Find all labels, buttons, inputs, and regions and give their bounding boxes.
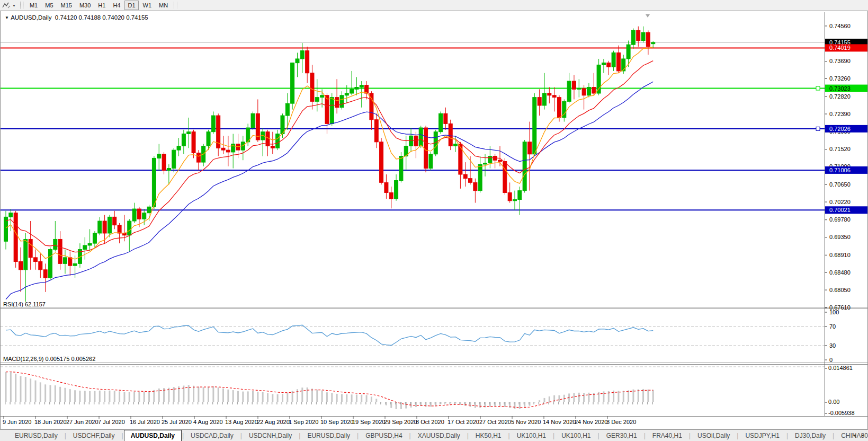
candle-body	[612, 52, 615, 67]
tab-usdchf-daily[interactable]: USDCHF,Daily	[67, 430, 121, 441]
support-line-green-handle[interactable]	[816, 86, 820, 90]
price-tick-label: 0.73690	[829, 58, 851, 64]
candle-body	[14, 213, 17, 262]
tab-gbpusd-h4[interactable]: GBPUSD,H4	[359, 430, 408, 441]
rsi-line	[6, 325, 653, 345]
tab-scroll-right-button[interactable]: ►	[861, 433, 865, 438]
tab-fra40-h1[interactable]: FRA40,H1	[646, 430, 688, 441]
tab-usdcnh-daily[interactable]: USDCNH,Daily	[243, 430, 298, 441]
candle-body	[128, 221, 131, 235]
date-tick-label: 24 Nov 2020	[575, 419, 607, 425]
candle-body	[454, 144, 458, 146]
date-tick-label: 4 Aug 2020	[193, 419, 223, 425]
candle-body	[43, 270, 47, 278]
timeframe-button-m30[interactable]: M30	[76, 1, 94, 10]
timeframe-button-h4[interactable]: H4	[110, 1, 123, 10]
tab-hk50-h1[interactable]: HK50,H1	[469, 430, 508, 441]
candle-body	[557, 98, 561, 118]
candle-body	[196, 153, 200, 162]
candle-body	[592, 87, 596, 93]
candle-body	[508, 192, 512, 200]
tab-audusd-daily[interactable]: AUDUSD,Daily	[124, 430, 182, 441]
timeframe-button-h1[interactable]: H1	[95, 1, 109, 10]
date-tick-label: 14 Nov 2020	[543, 419, 576, 425]
candle-body	[395, 181, 398, 199]
candle-body	[98, 221, 102, 233]
date-tick-label: 27 Jun 2020	[66, 419, 99, 425]
tab-uk100-h1[interactable]: UK100,H1	[555, 430, 597, 441]
dropdown-arrow-icon[interactable]: ▼	[12, 4, 16, 7]
candle-body	[33, 258, 37, 262]
tab-usdjpy-h1[interactable]: USDJPY,H1	[739, 430, 785, 441]
candle-body	[152, 158, 156, 207]
timeframe-button-m1[interactable]: M1	[26, 1, 41, 10]
timeframe-button-d1[interactable]: D1	[124, 1, 138, 10]
candle-body	[527, 142, 531, 154]
candle-body	[132, 209, 136, 221]
candle-body	[380, 142, 383, 183]
price-badge-label: 0.71006	[829, 167, 851, 173]
candle-body	[473, 182, 477, 190]
candle-body	[88, 243, 92, 245]
line-studies-icon	[2, 2, 11, 9]
candle-body	[469, 179, 472, 183]
price-badge-label: 0.74019	[829, 45, 851, 51]
price-tick-label: 0.74560	[829, 23, 851, 29]
candle-body	[444, 113, 448, 124]
candle-body	[63, 258, 67, 263]
candle-body	[355, 87, 359, 90]
support-line-blue-1-handle[interactable]	[816, 127, 820, 130]
candle-body	[616, 52, 620, 70]
price-tick-label: 0.71520	[829, 146, 851, 152]
candle-body	[325, 95, 329, 124]
candle-body	[498, 160, 502, 161]
candle-body	[103, 221, 106, 233]
toolbar-separator	[20, 2, 24, 9]
candle-body	[488, 156, 492, 163]
candle-body	[315, 98, 319, 102]
tab-usdcad-daily[interactable]: USDCAD,Daily	[184, 430, 240, 441]
price-tick-label: 0.70650	[829, 181, 851, 188]
date-tick-label: 27 Oct 2020	[479, 419, 511, 425]
toolbar-separator	[174, 2, 177, 9]
chart-tools-button[interactable]: ▼	[0, 0, 18, 11]
candle-body	[226, 150, 230, 152]
tab-eurusd-daily[interactable]: EURUSD,Daily	[8, 430, 64, 441]
candle-body	[48, 250, 52, 278]
candle-body	[651, 42, 655, 44]
date-tick-label: 19 Sep 2020	[352, 419, 385, 425]
price-tick-label: 0.69780	[829, 216, 851, 223]
chart-tab-bar: EURUSD,Daily|USDCHF,Daily|AUDUSD,Daily|U…	[0, 429, 868, 441]
timeframe-button-m5[interactable]: M5	[42, 1, 56, 10]
candle-body	[231, 144, 235, 152]
candle-body	[345, 93, 348, 95]
candle-body	[19, 262, 22, 270]
tab-scroll-left-button[interactable]: ◄	[852, 433, 856, 438]
tab-ger30-h1[interactable]: GER30,H1	[600, 430, 643, 441]
tab-xauusd-daily[interactable]: XAUUSD,Daily	[411, 430, 467, 441]
candle-body	[142, 213, 146, 219]
tab-dj30-daily[interactable]: DJ30,Daily	[789, 430, 832, 441]
candle-body	[291, 63, 294, 104]
candle-body	[187, 132, 191, 134]
candle-body	[384, 182, 388, 192]
candle-body	[552, 95, 556, 98]
candle-body	[513, 199, 516, 200]
candle-body	[300, 51, 304, 59]
tab-uk100-h1[interactable]: UK100,H1	[511, 430, 552, 441]
timeframe-button-w1[interactable]: W1	[140, 1, 155, 10]
timeframe-button-m15[interactable]: M15	[58, 1, 75, 10]
price-tick-label: 0.72390	[829, 111, 851, 117]
tab-usoil-daily[interactable]: USOil,Daily	[691, 430, 736, 441]
candle-body	[484, 163, 487, 164]
candle-body	[306, 51, 309, 73]
candle-body	[463, 174, 467, 179]
macd-scale-label: 0.00	[828, 399, 839, 405]
chart-canvas[interactable]: 0.745600.741300.736900.732600.728200.723…	[1, 11, 867, 429]
price-tick-label: 0.68910	[829, 252, 851, 258]
timeframe-button-mn[interactable]: MN	[156, 1, 171, 10]
candle-body	[93, 233, 96, 243]
candle-body	[542, 93, 546, 105]
tab-eurusd-daily[interactable]: EURUSD,Daily	[301, 430, 356, 441]
candle-body	[409, 136, 413, 146]
